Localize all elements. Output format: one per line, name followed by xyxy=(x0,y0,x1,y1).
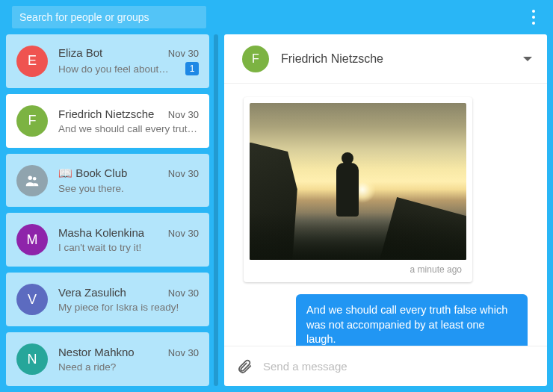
conversation-item[interactable]: NNestor MahknoNov 30Need a ride? xyxy=(6,332,209,386)
chat-panel: F Friedrich Nietzsche a minute ago And w… xyxy=(224,34,547,386)
conversation-date: Nov 30 xyxy=(168,168,199,179)
conversation-preview: I can't wait to try it! xyxy=(58,242,199,253)
conversation-body: Eliza BotNov 30How do you feel about…1 xyxy=(58,46,199,75)
chat-peer-name: Friedrich Nietzsche xyxy=(281,52,511,66)
conversation-name: 📖 Book Club xyxy=(58,167,127,180)
avatar: E xyxy=(16,46,48,77)
conversation-body: 📖 Book ClubNov 30See you there. xyxy=(58,167,199,194)
compose-input[interactable] xyxy=(263,360,535,373)
avatar: V xyxy=(16,284,48,315)
chat-peer-avatar: F xyxy=(242,46,269,72)
message-image-card[interactable]: a minute ago xyxy=(244,97,472,282)
app-header xyxy=(0,0,553,34)
conversation-body: Vera ZasulichNov 30My piece for Iskra is… xyxy=(58,286,199,313)
conversation-date: Nov 30 xyxy=(168,228,199,239)
chat-menu-dropdown-icon[interactable] xyxy=(523,57,532,61)
conversation-item[interactable]: VVera ZasulichNov 30My piece for Iskra i… xyxy=(6,273,209,326)
paperclip-icon xyxy=(236,358,253,375)
conversation-date: Nov 30 xyxy=(168,287,199,299)
conversation-item[interactable]: EEliza BotNov 30How do you feel about…1 xyxy=(6,34,209,88)
attach-button[interactable] xyxy=(236,358,253,375)
chat-header: F Friedrich Nietzsche xyxy=(224,34,547,84)
conversation-preview: My piece for Iskra is ready! xyxy=(58,302,199,313)
svg-point-0 xyxy=(28,175,33,180)
svg-point-1 xyxy=(33,177,37,181)
unread-badge: 1 xyxy=(185,62,199,75)
composer xyxy=(224,346,547,386)
group-avatar-icon xyxy=(16,165,48,196)
conversation-preview: And we should call every truth f… xyxy=(58,123,199,134)
conversation-body: Masha KolenkinaNov 30I can't wait to try… xyxy=(58,226,199,253)
conversation-preview: See you there. xyxy=(58,183,199,194)
more-menu-button[interactable] xyxy=(522,5,546,29)
message-timestamp: a minute ago xyxy=(250,260,466,276)
avatar: N xyxy=(16,343,48,375)
conversation-name: Vera Zasulich xyxy=(58,286,126,299)
conversation-item[interactable]: 📖 Book ClubNov 30See you there. xyxy=(6,154,209,208)
message-list[interactable]: a minute ago And we should call every tr… xyxy=(224,84,547,346)
conversation-name: Friedrich Nietzsche xyxy=(58,108,154,120)
conversation-date: Nov 30 xyxy=(168,109,199,120)
avatar: F xyxy=(16,105,48,137)
search-input[interactable] xyxy=(12,6,206,28)
conversation-list: EEliza BotNov 30How do you feel about…1F… xyxy=(6,34,209,386)
conversation-date: Nov 30 xyxy=(168,347,199,358)
sidebar-scrollbar[interactable] xyxy=(214,34,218,386)
conversation-name: Masha Kolenkina xyxy=(58,226,144,239)
kebab-icon xyxy=(532,8,535,26)
sidebar: EEliza BotNov 30How do you feel about…1F… xyxy=(6,34,218,386)
message-bubble-outgoing[interactable]: And we should call every truth false whi… xyxy=(296,294,528,346)
conversation-item[interactable]: MMasha KolenkinaNov 30I can't wait to tr… xyxy=(6,213,209,267)
conversation-preview: Need a ride? xyxy=(58,361,199,373)
conversation-body: Friedrich NietzscheNov 30And we should c… xyxy=(58,108,199,134)
conversation-body: Nestor MahknoNov 30Need a ride? xyxy=(58,346,199,373)
avatar: M xyxy=(16,224,48,255)
conversation-preview: How do you feel about… xyxy=(58,63,179,75)
conversation-item[interactable]: FFriedrich NietzscheNov 30And we should … xyxy=(6,94,209,148)
conversation-name: Eliza Bot xyxy=(58,46,102,59)
sunset-photo xyxy=(250,103,466,260)
people-icon xyxy=(24,172,40,189)
message-text: And we should call every truth false whi… xyxy=(306,304,507,345)
conversation-name: Nestor Mahkno xyxy=(58,346,135,358)
conversation-date: Nov 30 xyxy=(168,48,199,59)
